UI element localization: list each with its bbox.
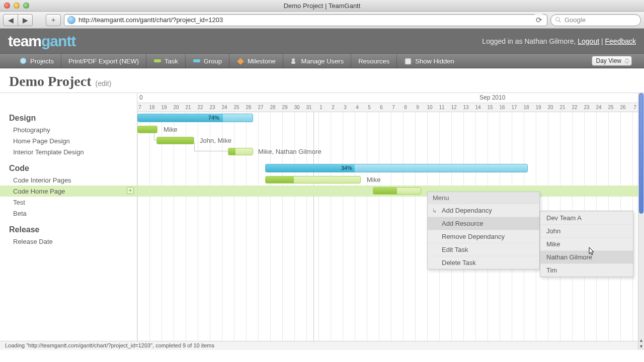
status-bar: Loading "http://teamgantt.com/gantt/char… [0, 341, 638, 350]
dependency-line [154, 132, 158, 140]
day-label: 23 [581, 105, 593, 110]
timeline-pane[interactable]: 0 Sep 2010 71819202122232425262728293031… [137, 93, 638, 350]
menu-edit-task[interactable]: Edit Task [428, 243, 539, 256]
day-label: 14 [472, 105, 484, 110]
project-title-row: Demo Project (edit) [0, 68, 644, 93]
assignee-label: Mike, Nathan Gilmore [258, 148, 321, 155]
milestone-icon [236, 57, 245, 64]
day-label: 1 [315, 105, 327, 110]
feedback-link[interactable]: Feedback [605, 37, 636, 45]
url-text: http://teamgantt.com/gantt/chart/?projec… [78, 16, 531, 24]
menu-add-dependency[interactable]: ↳Add Dependancy [428, 204, 539, 217]
resource-option[interactable]: Mike [540, 237, 633, 250]
logout-link[interactable]: Logout [578, 37, 599, 45]
task-bar-code-home-page[interactable] [373, 187, 421, 195]
task-row-home-page-design[interactable]: Home Page Design [0, 135, 137, 146]
svg-rect-7 [291, 61, 295, 64]
app-toolbar: Projects Print/PDF Export (NEW) Task Gro… [0, 53, 644, 68]
group-icon [193, 57, 201, 64]
task-bar-code-interior[interactable] [265, 176, 361, 184]
day-label: 24 [593, 105, 605, 110]
toolbar-projects[interactable]: Projects [12, 54, 61, 68]
day-label: 21 [182, 105, 194, 110]
day-label: 18 [520, 105, 532, 110]
menu-remove-dependency[interactable]: Remove Dependancy [428, 230, 539, 243]
scroll-up-icon[interactable]: ▲ [638, 338, 644, 344]
day-label: 29 [279, 105, 291, 110]
toolbar-manage-users[interactable]: + Manage Users [283, 54, 351, 68]
resource-option[interactable]: Nathan Gilmore [540, 250, 633, 263]
task-row-code-interior[interactable]: Code Interior Pages [0, 174, 137, 186]
reload-icon[interactable]: ⟳ [534, 14, 544, 26]
resource-option[interactable]: Dev Team A [540, 211, 633, 224]
task-context-menu: Menu ↳Add Dependancy Add Resource Remove… [427, 192, 540, 269]
toolbar-add-task[interactable]: Task [146, 54, 185, 68]
menu-delete-task[interactable]: Delete Task [428, 256, 539, 269]
menu-add-resource[interactable]: Add Resource [428, 217, 539, 230]
day-label: 31 [303, 105, 315, 110]
task-row-beta[interactable]: Beta [0, 208, 137, 219]
show-hidden-icon [404, 57, 412, 64]
day-label: 13 [460, 105, 472, 110]
timeline-month-header: 0 Sep 2010 [137, 93, 638, 103]
task-list-pane: Design Photography Home Page Design Inte… [0, 93, 137, 350]
day-label: 22 [194, 105, 206, 110]
day-label: 20 [170, 105, 182, 110]
group-bar-code[interactable]: 34% [265, 164, 528, 172]
group-row-design[interactable]: Design [0, 112, 137, 124]
nav-forward-button[interactable]: ▶ [18, 14, 33, 26]
assignee-label: Mike [164, 126, 177, 133]
task-row-photography[interactable]: Photography [0, 124, 137, 135]
group-bar-design[interactable]: 74% [137, 114, 253, 122]
add-bookmark-button[interactable]: ＋ [46, 14, 61, 26]
day-label: 15 [484, 105, 496, 110]
manage-users-icon: + [290, 57, 298, 64]
current-user-name: Nathan Gilmore [524, 37, 574, 45]
browser-search-field[interactable]: Google [550, 14, 641, 26]
day-label: 21 [556, 105, 569, 110]
toolbar-show-hidden[interactable]: Show Hidden [396, 54, 461, 68]
task-row-release-date[interactable]: Release Date [0, 236, 137, 247]
toolbar-add-milestone[interactable]: Milestone [229, 54, 283, 68]
toolbar-add-group[interactable]: Group [185, 54, 229, 68]
task-row-interior-template[interactable]: Interior Template Design [0, 146, 137, 157]
task-row-code-home-page[interactable]: Code Home Page + [0, 186, 137, 197]
vertical-scrollbar[interactable]: ▲ ▼ [638, 93, 644, 350]
nav-back-button[interactable]: ◀ [3, 14, 18, 26]
add-task-inline-button[interactable]: + [127, 187, 134, 194]
svg-marker-5 [237, 58, 244, 65]
context-menu-title: Menu [428, 192, 539, 204]
task-bar-interior-template[interactable] [228, 148, 253, 155]
toolbar-print-export[interactable]: Print/PDF Export (NEW) [61, 54, 146, 68]
scrollbar-thumb[interactable] [639, 93, 643, 214]
resource-option[interactable]: Tim [540, 263, 633, 277]
dependency-line [194, 143, 228, 151]
app-header: teamgantt Logged in as Nathan Gilmore, L… [0, 29, 644, 53]
task-row-test[interactable]: Test [0, 197, 137, 208]
user-info: Logged in as Nathan Gilmore, Logout | Fe… [482, 37, 636, 45]
view-mode-select[interactable]: Day View [592, 56, 632, 66]
svg-point-2 [20, 58, 26, 64]
resource-submenu: Dev Team A John Mike Nathan Gilmore Tim [540, 211, 633, 277]
group-pct-code: 34% [341, 165, 352, 171]
teamgantt-logo[interactable]: teamgantt [8, 33, 75, 50]
toolbar-resources[interactable]: Resources [351, 54, 396, 68]
day-label: 20 [544, 105, 556, 110]
day-label: 6 [375, 105, 387, 110]
month-label-sep: Sep 2010 [479, 94, 505, 101]
edit-project-link[interactable]: (edit) [96, 79, 112, 87]
day-label: 7 [387, 105, 399, 110]
group-row-code[interactable]: Code [0, 162, 137, 174]
task-bar-home-page-design[interactable] [156, 137, 194, 144]
group-row-release[interactable]: Release [0, 224, 137, 236]
day-label: 22 [569, 105, 581, 110]
task-icon [153, 57, 162, 64]
resource-option[interactable]: John [540, 224, 633, 237]
day-label: 4 [351, 105, 363, 110]
day-label: 23 [206, 105, 218, 110]
scroll-down-icon[interactable]: ▼ [638, 344, 644, 350]
window-titlebar: Demo Project | TeamGantt [0, 0, 644, 12]
svg-rect-4 [193, 59, 200, 62]
address-bar[interactable]: http://teamgantt.com/gantt/chart/?projec… [64, 14, 547, 26]
svg-text:+: + [296, 57, 298, 62]
